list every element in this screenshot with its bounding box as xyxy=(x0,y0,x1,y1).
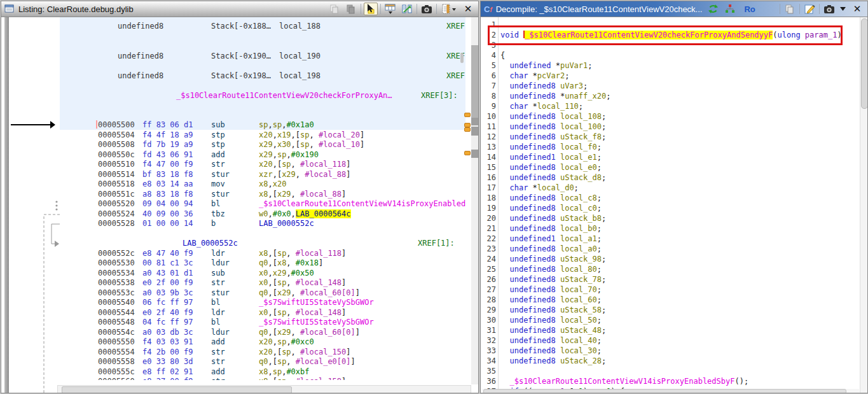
token-reg[interactable]: x8 xyxy=(259,367,268,376)
bytes[interactable]: 09 04 00 94 xyxy=(142,199,193,209)
token-loc[interactable]: #local_148 xyxy=(296,308,341,317)
mnemonic[interactable]: bl xyxy=(211,317,220,327)
decompiler-line-6[interactable]: 6 char *pcVar2; xyxy=(481,71,859,81)
code-text[interactable]: undefined1 local_a1; xyxy=(500,234,602,244)
address[interactable]: 00005530 xyxy=(98,258,135,268)
operands[interactable]: x8,[x29, #local_88] xyxy=(259,189,346,199)
address[interactable]: 00005540 xyxy=(98,297,135,307)
diff-view-button[interactable] xyxy=(400,3,414,15)
token-reg[interactable]: xzr xyxy=(259,170,273,179)
scrollbar-thumb[interactable] xyxy=(483,389,846,393)
cursor-tracking-button[interactable] xyxy=(364,3,378,15)
token-prm[interactable]: param_1 xyxy=(805,31,837,39)
stack-var-type[interactable]: undefined8 xyxy=(118,51,163,61)
token-p[interactable]: ] xyxy=(360,130,364,139)
token-p[interactable] xyxy=(500,61,509,70)
decompiler-code[interactable]: 12void _$s10ClearRoute11ContentViewV20ch… xyxy=(481,17,859,389)
code-text[interactable]: undefined8 local_40; xyxy=(500,335,602,346)
bookmark-marker[interactable] xyxy=(464,113,471,117)
token-p[interactable] xyxy=(556,275,560,284)
token-p[interactable] xyxy=(500,316,509,325)
token-p[interactable]: , xyxy=(268,209,272,218)
address[interactable]: 0000552c xyxy=(98,248,135,258)
token-v[interactable]: local_70 xyxy=(560,285,597,294)
code-text[interactable]: undefined8 uStack_28; xyxy=(500,356,606,366)
token-fn[interactable]: _$s10ClearRoute11ContentViewV14isProxyEn… xyxy=(259,199,465,208)
token-loc[interactable]: #local_150 xyxy=(300,348,346,356)
decompiler-line-22[interactable]: 22 undefined1 local_a1; xyxy=(481,234,859,244)
address[interactable]: 00005520 xyxy=(98,199,135,209)
bytes[interactable]: e0 2f 40 f9 xyxy=(142,307,193,318)
token-p[interactable]: ; xyxy=(602,326,606,335)
code-text[interactable]: undefined8 local_50; xyxy=(500,315,602,325)
token-p[interactable]: ) xyxy=(837,31,841,39)
token-reg[interactable]: sp xyxy=(277,249,286,258)
token-p[interactable]: ; xyxy=(597,224,602,233)
token-v[interactable]: local_50 xyxy=(560,316,597,325)
operands[interactable]: w0,#0x0,LAB_0000564c xyxy=(259,209,351,219)
token-reg[interactable]: x20 xyxy=(259,337,273,346)
code-text[interactable]: undefined8 uStack_d8; xyxy=(500,172,606,183)
decompiler-line-12[interactable]: 12 undefined8 uStack_f8; xyxy=(481,132,859,142)
token-p[interactable] xyxy=(500,234,509,243)
token-p[interactable] xyxy=(500,214,509,223)
address[interactable]: 0000551c xyxy=(98,189,135,199)
token-v[interactable]: local_110 xyxy=(537,102,579,111)
bytes[interactable]: e8 27 00 f9 xyxy=(142,376,193,380)
token-reg[interactable]: x29 xyxy=(282,170,296,179)
token-p[interactable] xyxy=(500,285,509,294)
token-p[interactable]: , xyxy=(273,140,277,149)
token-p[interactable] xyxy=(556,316,560,325)
token-v[interactable]: local_100 xyxy=(560,122,602,131)
token-v[interactable]: uVar3 xyxy=(560,81,583,90)
token-p[interactable]: ; xyxy=(602,173,606,182)
token-p[interactable] xyxy=(500,153,509,162)
decompiler-line-5[interactable]: 5 undefined *puVar1; xyxy=(481,60,859,71)
listing-row[interactable]: undefined8Stack[-0x198…local_198XREF xyxy=(60,71,465,81)
mnemonic[interactable]: add xyxy=(211,367,225,377)
listing-row-00005518[interactable]: 00005518e8 03 14 aamovx8,x20 xyxy=(60,179,465,189)
close-listing-button[interactable]: ✕ xyxy=(461,3,475,15)
token-p[interactable]: ; xyxy=(597,234,602,243)
token-p[interactable]: , xyxy=(291,348,300,356)
code-text[interactable]: { xyxy=(500,50,505,60)
token-p[interactable]: , xyxy=(268,269,272,278)
token-reg[interactable]: x8 xyxy=(277,258,286,267)
operands[interactable]: x0,[sp, #local_148] xyxy=(259,307,346,318)
listing-row-00005560[interactable]: 00005560e8 27 00 f9strx8,[sp, #local_158… xyxy=(60,376,465,380)
token-fnhl[interactable]: _$s10ClearRoute11ContentViewV20checkForP… xyxy=(525,31,773,39)
token-p[interactable]: ; xyxy=(565,71,569,80)
token-p[interactable]: , xyxy=(286,377,295,380)
token-kw[interactable]: undefined8 xyxy=(509,173,555,182)
code-label[interactable]: LAB_0000552c xyxy=(183,238,238,248)
listing-content[interactable]: undefined8Stack[-0x188…local_188XREFunde… xyxy=(60,17,465,380)
token-loc[interactable]: #local_10 xyxy=(319,140,360,149)
token-kw[interactable]: undefined8 xyxy=(509,346,555,355)
code-text[interactable]: undefined8 uStack_78; xyxy=(500,274,606,285)
token-p[interactable]: ; xyxy=(602,132,606,141)
token-p[interactable] xyxy=(500,306,509,314)
decompiler-line-25[interactable]: 25 undefined8 local_80; xyxy=(481,264,859,274)
listing-row-00005524[interactable]: 0000552440 09 00 36tbzw0,#0x0,LAB_000056… xyxy=(60,209,465,219)
token-p[interactable] xyxy=(500,163,509,172)
token-kw[interactable]: undefined8 xyxy=(509,81,555,90)
listing-fields-button[interactable] xyxy=(383,3,397,15)
mnemonic[interactable]: str xyxy=(211,347,225,357)
token-p[interactable]: ,[ xyxy=(268,288,277,297)
operands[interactable]: x20,sp,#0xc0 xyxy=(259,337,314,347)
token-v[interactable]: local_e1 xyxy=(560,153,597,162)
code-text[interactable]: undefined8 local_100; xyxy=(500,122,606,132)
code-text[interactable]: undefined8 local_80; xyxy=(500,264,602,274)
token-p[interactable] xyxy=(500,92,509,101)
address[interactable]: 00005504 xyxy=(98,130,135,140)
token-p[interactable]: ,[ xyxy=(268,190,277,199)
token-reg[interactable]: sp xyxy=(277,357,286,366)
decompiler-line-30[interactable]: 30 undefined8 local_50; xyxy=(481,315,859,325)
xref-link[interactable]: XREF xyxy=(446,21,465,31)
token-v[interactable]: local_d0 xyxy=(537,183,574,192)
decompiler-line-28[interactable]: 28 undefined8 local_60; xyxy=(481,295,859,305)
decompiler-line-23[interactable]: 23 undefined8 local_a0; xyxy=(481,244,859,254)
token-p[interactable]: ; xyxy=(602,356,606,365)
token-p[interactable]: , xyxy=(273,130,277,139)
token-kw[interactable]: ulong xyxy=(778,31,801,39)
